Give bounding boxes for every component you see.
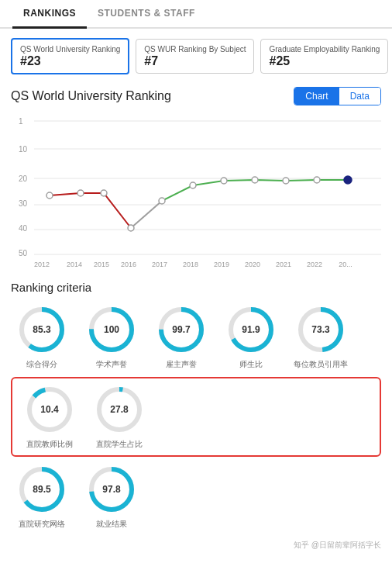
svg-text:1: 1 (19, 117, 23, 126)
svg-text:20: 20 (19, 174, 28, 183)
criteria-item-8: 97.8 就业结果 (81, 465, 143, 529)
badge-qs-subject[interactable]: QS WUR Ranking By Subject #7 (136, 39, 254, 74)
donut-直院教师比例: 10.4 (25, 385, 74, 434)
donut-value-师生比: 91.9 (242, 324, 260, 335)
svg-text:2012: 2012 (34, 261, 50, 268)
svg-text:2022: 2022 (307, 261, 322, 268)
donut-学术声誉: 100 (87, 305, 136, 354)
badge-employability[interactable]: Graduate Employability Ranking #25 (260, 39, 388, 74)
donut-value-每位教员引用率: 73.3 (311, 324, 329, 335)
badge-qs-world-label: QS World University Ranking (20, 44, 120, 54)
svg-text:50: 50 (19, 249, 28, 257)
badge-employability-value: #25 (269, 54, 380, 68)
donut-value-雇主声誉: 99.7 (172, 324, 190, 335)
criteria-label-直院学生占比: 直院学生占比 (96, 439, 143, 449)
criteria-label-就业结果: 就业结果 (96, 519, 127, 529)
criteria-label-每位教员引用率: 每位教员引用率 (294, 359, 348, 369)
criteria-item-2: 99.7 雇主声誉 (150, 305, 212, 369)
svg-point-19 (252, 177, 258, 183)
svg-point-13 (77, 190, 84, 196)
badge-employability-label: Graduate Employability Ranking (269, 44, 380, 54)
badge-qs-subject-label: QS WUR Ranking By Subject (144, 44, 246, 54)
chart-area: 1 10 20 30 40 50 (0, 113, 392, 268)
criteria-item-0: 85.3 综合得分 (11, 305, 73, 369)
donut-直院学生占比: 27.8 (95, 385, 144, 434)
svg-point-17 (190, 182, 196, 188)
donut-value-直院研究网络: 89.5 (33, 484, 50, 495)
chart-data-toggle: Chart Data (294, 87, 381, 105)
svg-text:2018: 2018 (183, 261, 198, 268)
badge-qs-world[interactable]: QS World University Ranking #23 (11, 38, 129, 74)
donut-value-学术声誉: 100 (104, 324, 119, 335)
svg-text:20...: 20... (339, 261, 352, 268)
donut-value-直院学生占比: 27.8 (110, 404, 128, 415)
svg-text:2021: 2021 (276, 261, 291, 268)
criteria-item-3: 91.9 师生比 (220, 305, 282, 369)
svg-text:2017: 2017 (152, 261, 167, 268)
svg-text:2014: 2014 (67, 261, 82, 268)
tab-rankings[interactable]: RANKINGS (12, 0, 87, 29)
svg-point-16 (159, 198, 165, 204)
svg-text:2019: 2019 (214, 261, 229, 268)
criteria-item-6: 27.8 直院学生占比 (88, 385, 150, 449)
svg-point-20 (283, 178, 289, 184)
svg-point-22 (344, 176, 352, 184)
donut-就业结果: 97.8 (87, 465, 136, 514)
criteria-row-3: 89.5 直院研究网络 97.8 就业结果 (11, 465, 381, 529)
svg-text:2015: 2015 (94, 261, 109, 268)
ranking-badges: QS World University Ranking #23 QS WUR R… (0, 38, 392, 74)
ranking-chart: 1 10 20 30 40 50 (11, 113, 381, 268)
criteria-item-5: 10.4 直院教师比例 (19, 385, 81, 449)
top-tabs: RANKINGS STUDENTS & STAFF (0, 0, 392, 29)
section-title: QS World University Ranking (11, 89, 171, 103)
svg-point-14 (101, 190, 107, 196)
svg-point-18 (221, 178, 227, 184)
criteria-label-师生比: 师生比 (239, 359, 263, 369)
svg-text:2020: 2020 (245, 261, 260, 268)
criteria-item-7: 89.5 直院研究网络 (11, 465, 73, 529)
toggle-data-btn[interactable]: Data (339, 88, 380, 105)
svg-point-15 (128, 225, 134, 231)
svg-text:10: 10 (19, 145, 28, 154)
criteria-label-综合得分: 综合得分 (26, 359, 57, 369)
donut-每位教员引用率: 73.3 (296, 305, 346, 354)
donut-师生比: 91.9 (226, 305, 276, 354)
criteria-label-直院研究网络: 直院研究网络 (19, 519, 65, 529)
section-header: QS World University Ranking Chart Data (0, 87, 392, 105)
svg-point-21 (314, 177, 320, 183)
criteria-section: Ranking criteria 85.3 综合得分 100 学 (0, 281, 392, 529)
svg-text:30: 30 (19, 199, 28, 208)
criteria-label-雇主声誉: 雇主声誉 (166, 359, 197, 369)
criteria-section-title: Ranking criteria (11, 281, 381, 294)
toggle-chart-btn[interactable]: Chart (294, 88, 339, 105)
svg-point-12 (46, 192, 53, 199)
donut-value-综合得分: 85.3 (33, 324, 50, 335)
criteria-item-1: 100 学术声誉 (81, 305, 143, 369)
donut-value-直院教师比例: 10.4 (40, 404, 58, 415)
donut-雇主声誉: 99.7 (156, 305, 206, 354)
svg-text:2016: 2016 (121, 261, 136, 268)
tab-students-staff[interactable]: STUDENTS & STAFF (87, 0, 206, 29)
criteria-row-2-highlighted: 10.4 直院教师比例 27.8 直院学生占比 (11, 377, 381, 457)
criteria-row-1: 85.3 综合得分 100 学术声誉 99.7 (11, 305, 381, 369)
donut-直院研究网络: 89.5 (17, 465, 67, 514)
donut-value-就业结果: 97.8 (102, 484, 120, 495)
badge-qs-world-value: #23 (20, 54, 120, 68)
criteria-label-直院教师比例: 直院教师比例 (26, 439, 73, 449)
donut-综合得分: 85.3 (17, 305, 67, 354)
badge-qs-subject-value: #7 (144, 54, 246, 68)
svg-text:40: 40 (19, 224, 28, 233)
criteria-item-4: 73.3 每位教员引用率 (290, 305, 352, 369)
criteria-label-学术声誉: 学术声誉 (96, 359, 127, 369)
watermark: 知乎 @日留前辈阿括字长 (0, 535, 392, 555)
